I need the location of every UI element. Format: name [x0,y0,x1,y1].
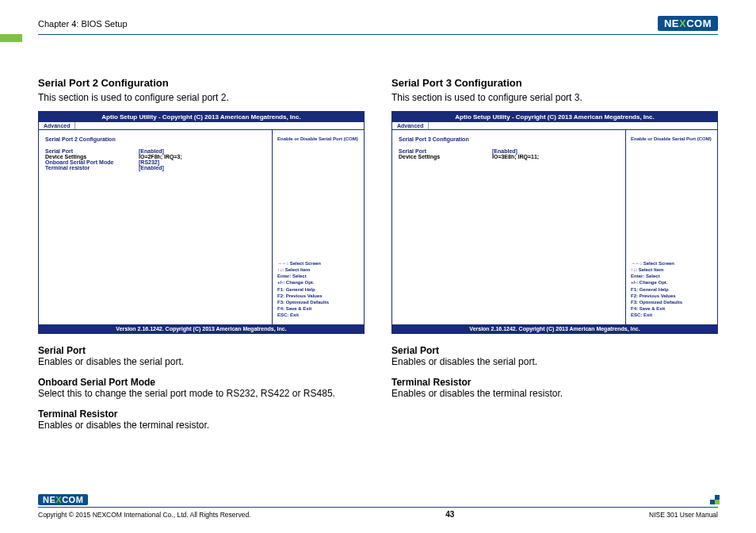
header-rule [38,34,718,35]
bios-help-key: ESC: Exit [631,312,712,318]
bios-help-key: Enter: Select [631,273,712,279]
bios-help-key: ↑↓: Select Item [277,266,359,273]
bios-help-key: →←: Select Screen [277,260,359,266]
nexcom-logo-top: NEXCOM [658,16,718,31]
desc-term: Terminal Resistor [391,377,718,388]
desc-term: Serial Port [38,345,365,356]
left-descriptions: Serial PortEnables or disables the seria… [38,345,365,431]
bios-setting-value: IO=2F8h; IRQ=3; [139,154,182,159]
footer-rule [38,507,718,508]
desc-definition: Enables or disables the terminal resisto… [38,420,365,431]
bios-setting-label: Serial Port [399,148,492,154]
content-columns: Serial Port 2 Configuration This section… [38,77,718,440]
page-header: Chapter 4: BIOS Setup NEXCOM [38,16,718,31]
green-tab-icon [0,34,22,42]
bios-screenshot-left: Aptio Setup Utility - Copyright (C) 2013… [38,111,365,334]
bios-tab-advanced: Advanced [39,122,75,129]
bios-help-key: ↑↓: Select Item [631,266,712,273]
bios-config-heading: Serial Port 3 Configuration [399,136,619,142]
bios-setting-label: Terminal resistor [45,165,139,171]
bios-tabs: Advanced [39,122,364,130]
left-column: Serial Port 2 Configuration This section… [38,77,365,440]
bios-setting-row: Onboard Serial Port Mode[RS232] [45,159,265,165]
bios-help-key: ESC: Exit [277,312,359,318]
bios-help-key: F1: General Help [277,286,359,293]
desc-term: Serial Port [391,345,718,356]
bios-help-key: F1: General Help [631,286,712,293]
bios-setting-label: Device Settings [45,154,139,159]
bios-tab-advanced: Advanced [392,122,429,129]
bios-setting-value: IO=3E8h; IRQ=11; [492,154,539,159]
bios-help-key: +/-: Change Opt. [277,279,359,286]
bios-titlebar: Aptio Setup Utility - Copyright (C) 2013… [392,112,717,122]
bios-setting-label: Serial Port [45,148,139,154]
bios-setting-label: Onboard Serial Port Mode [45,159,139,165]
right-section-title: Serial Port 3 Configuration [391,77,718,89]
bios-screenshot-right: Aptio Setup Utility - Copyright (C) 2013… [391,111,718,334]
bios-help-key: Enter: Select [277,273,359,279]
right-section-desc: This section is used to configure serial… [391,92,718,103]
bios-settings-pane: Serial Port 3 Configuration Serial Port[… [392,130,626,324]
desc-definition: Enables or disables the terminal resisto… [391,388,718,399]
chapter-label: Chapter 4: BIOS Setup [38,19,128,29]
bios-version-bar: Version 2.16.1242. Copyright (C) 2013 Am… [392,324,717,333]
bios-help-key: F3: Optimized Defaults [631,299,712,305]
bios-titlebar: Aptio Setup Utility - Copyright (C) 2013… [39,112,364,122]
bios-tabs: Advanced [392,122,717,130]
bios-setting-row: Device SettingsIO=3E8h; IRQ=11; [399,154,619,159]
nexcom-logo-bottom: NEXCOM [38,494,88,505]
bios-help-key: F2: Previous Values [277,293,359,299]
page-footer: NEXCOM Copyright © 2015 NEXCOM Internati… [38,494,718,519]
right-column: Serial Port 3 Configuration This section… [391,77,718,440]
bios-help-key: →←: Select Screen [631,260,712,266]
bios-setting-row: Serial Port[Enabled] [45,148,265,154]
bios-help-key: F4: Save & Exit [277,305,359,312]
page-number: 43 [445,510,454,519]
manual-name: NISE 301 User Manual [649,511,718,519]
bios-help-key: +/-: Change Opt. [631,279,712,286]
desc-term: Terminal Resistor [38,408,365,420]
bios-setting-label: Device Settings [399,154,492,159]
left-section-title: Serial Port 2 Configuration [38,77,365,89]
bios-setting-value: [Enabled] [139,148,164,154]
desc-definition: Enables or disables the serial port. [391,356,718,367]
bios-setting-value: [Enabled] [139,165,164,171]
bios-setting-row: Serial Port[Enabled] [399,148,619,154]
bios-help-key: F2: Previous Values [631,293,712,299]
bios-help-key: F4: Save & Exit [631,305,712,312]
bios-setting-row: Device SettingsIO=2F8h; IRQ=3; [45,154,265,159]
bios-setting-value: [RS232] [139,159,159,165]
bios-help-top: Enable or Disable Serial Port (COM) [277,136,359,141]
left-section-desc: This section is used to configure serial… [38,92,365,103]
desc-definition: Select this to change the serial port mo… [38,388,365,399]
bios-help-pane: Enable or Disable Serial Port (COM) →←: … [273,130,364,324]
bios-setting-row: Terminal resistor[Enabled] [45,165,265,171]
desc-definition: Enables or disables the serial port. [38,356,365,367]
bios-help-pane: Enable or Disable Serial Port (COM) →←: … [626,130,717,324]
bios-version-bar: Version 2.16.1242. Copyright (C) 2013 Am… [39,324,364,333]
copyright-text: Copyright © 2015 NEXCOM International Co… [38,511,250,519]
right-descriptions: Serial PortEnables or disables the seria… [391,345,718,399]
desc-term: Onboard Serial Port Mode [38,377,365,388]
bios-settings-pane: Serial Port 2 Configuration Serial Port[… [39,130,273,324]
bios-config-heading: Serial Port 2 Configuration [45,136,265,142]
bios-setting-value: [Enabled] [492,148,517,154]
bios-help-top: Enable or Disable Serial Port (COM) [631,136,712,141]
bios-help-key: F3: Optimized Defaults [277,299,359,305]
